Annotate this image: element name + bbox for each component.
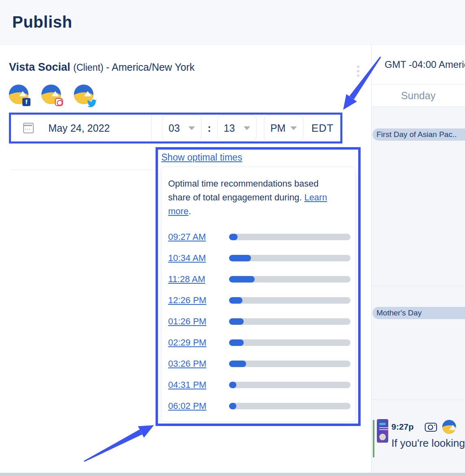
optimal-times-popup: Show optimal times Optimal time recommen… (156, 147, 361, 426)
optimal-time-row: 02:29 PM (168, 332, 350, 353)
post-time: 9:27p (391, 422, 414, 432)
calendar-day-header: Sunday (372, 84, 465, 107)
engagement-bar (229, 234, 350, 240)
time-option-link[interactable]: 01:26 PM (168, 316, 229, 327)
show-optimal-times-link[interactable]: Show optimal times (161, 152, 242, 163)
date-value: May 24, 2022 (48, 122, 110, 134)
post-thumbnail (377, 419, 388, 443)
chevron-down-icon (290, 126, 297, 130)
account-avatar-facebook[interactable]: f (9, 85, 28, 104)
minute-select[interactable]: 13 (217, 115, 257, 141)
engagement-bar (229, 255, 350, 261)
optimal-time-row: 10:34 AM (168, 248, 350, 269)
calendar-cell[interactable]: First Day of Asian Pac.. (372, 107, 465, 286)
page-header: Publish (0, 0, 465, 45)
optimal-time-row: 11:28 AM (168, 269, 350, 290)
time-colon: : (208, 122, 211, 135)
time-option-link[interactable]: 02:29 PM (168, 337, 229, 348)
chevron-down-icon (188, 126, 195, 130)
connected-accounts: f (9, 85, 93, 104)
profile-group-title: Vista Social (Client) - America/New York (9, 61, 195, 74)
calendar-cell[interactable]: 9:27p If you're looking (372, 400, 465, 472)
time-option-link[interactable]: 03:26 PM (168, 359, 229, 369)
calendar-timezone-header: GMT -04:00 America/New York (372, 45, 465, 84)
divider (11, 170, 156, 170)
time-option-link[interactable]: 11:28 AM (168, 274, 229, 285)
composer-panel: Vista Social (Client) - America/New York… (0, 45, 372, 473)
engagement-bar (229, 339, 350, 346)
time-option-link[interactable]: 10:34 AM (168, 253, 229, 263)
vista-social-logo-icon (442, 420, 456, 434)
hour-select[interactable]: 03 (162, 115, 201, 141)
optimal-time-row: 03:26 PM (168, 353, 350, 374)
optimal-time-row: 01:26 PM (168, 311, 350, 332)
calendar-panel: GMT -04:00 America/New York Sunday First… (372, 45, 465, 473)
post-caption: If you're looking (391, 437, 465, 450)
facebook-icon: f (22, 98, 30, 106)
engagement-bar (229, 361, 350, 367)
optimal-times-description: Optimal time recommendations based share… (168, 177, 350, 218)
time-inputs: 03 : 13 PM EDT (162, 115, 334, 141)
scheduled-post-preview[interactable]: 9:27p If you're looking (373, 419, 465, 457)
engagement-bar (229, 318, 350, 325)
engagement-bar (229, 382, 350, 388)
main-area: Vista Social (Client) - America/New York… (0, 45, 465, 473)
optimal-time-row: 12:26 PM (168, 290, 350, 311)
optimal-time-row: 09:27 AM (168, 226, 350, 248)
schedule-datetime-picker: May 24, 2022 03 : 13 PM EDT (9, 113, 342, 143)
optimal-times-card: Optimal time recommendations based share… (161, 167, 356, 422)
time-option-link[interactable]: 12:26 PM (168, 295, 229, 306)
page-title: Publish (12, 13, 72, 31)
twitter-icon (87, 99, 97, 107)
engagement-bar (229, 276, 350, 283)
camera-icon (424, 422, 437, 432)
bottom-band (0, 473, 465, 476)
timezone-abbr: EDT (311, 122, 334, 135)
calendar-icon (23, 123, 34, 133)
post-status-bar (373, 420, 374, 457)
profile-group-name: Vista Social (9, 61, 74, 73)
optimal-time-row: 04:31 PM (168, 374, 350, 396)
profile-group-timezone: - America/New York (106, 61, 195, 73)
meridiem-select[interactable]: PM (264, 115, 303, 141)
optimal-time-row: 06:02 PM (168, 396, 350, 417)
engagement-bar (229, 403, 350, 409)
time-option-link[interactable]: 04:31 PM (168, 380, 229, 390)
account-avatar-instagram[interactable] (41, 85, 61, 104)
engagement-bar (229, 297, 350, 304)
post-summary: 9:27p If you're looking (391, 419, 465, 457)
optimal-times-list: 09:27 AM 10:34 AM 11:28 AM 12:26 PM (168, 226, 350, 417)
time-option-link[interactable]: 09:27 AM (168, 232, 229, 242)
calendar-event[interactable]: First Day of Asian Pac.. (372, 128, 465, 141)
chevron-down-icon (244, 126, 250, 130)
account-avatar-twitter[interactable] (74, 85, 93, 104)
instagram-icon (55, 98, 63, 106)
time-option-link[interactable]: 06:02 PM (168, 401, 229, 411)
calendar-event[interactable]: Mother's Day (372, 307, 465, 319)
calendar-cell[interactable]: Mother's Day (372, 286, 465, 400)
profile-group-type: (Client) (74, 62, 106, 73)
more-options-icon[interactable] (354, 63, 362, 80)
date-input[interactable]: May 24, 2022 (11, 115, 151, 141)
